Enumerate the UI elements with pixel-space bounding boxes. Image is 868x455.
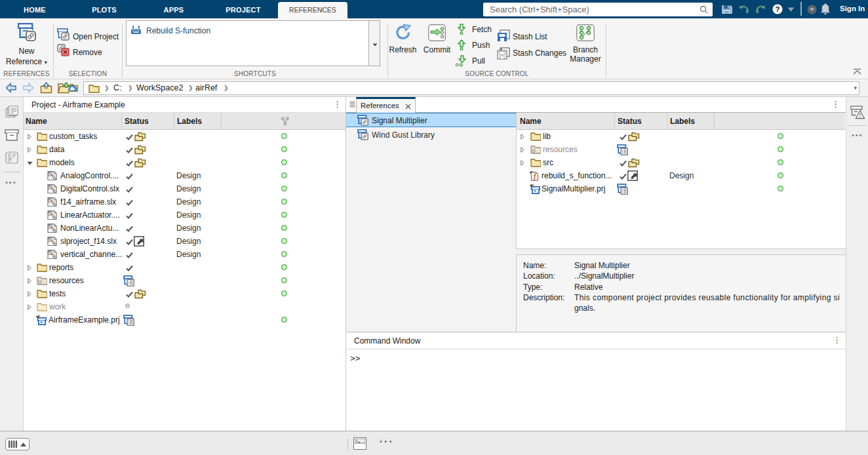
svg-text:?: ? xyxy=(775,5,779,13)
